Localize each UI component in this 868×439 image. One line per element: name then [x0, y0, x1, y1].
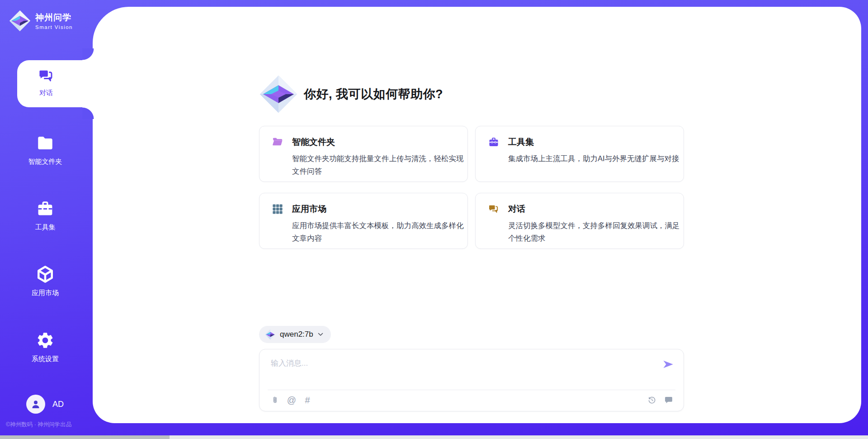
brand-logo-icon [9, 10, 31, 32]
content-panel: 你好, 我可以如何帮助你? 智能文件夹 智能文件夹功能支持批量文件上传与清洗，轻… [93, 7, 861, 423]
brand-name: 神州问学 [35, 12, 73, 24]
chat-bubbles-icon [488, 203, 500, 215]
greeting: 你好, 我可以如何帮助你? [259, 7, 684, 114]
model-selector[interactable]: qwen2:7b [259, 326, 331, 343]
comment-icon[interactable] [664, 395, 674, 405]
sidebar: 神州问学 Smart Vision 对话 智能文件夹 [0, 0, 93, 439]
sidebar-item-toolset[interactable]: 工具集 [0, 199, 90, 232]
card-smart-folder[interactable]: 智能文件夹 智能文件夹功能支持批量文件上传与清洗，轻松实现文件问答 [259, 126, 468, 182]
person-icon [30, 399, 41, 410]
user-chip[interactable]: AD [26, 395, 64, 414]
sidebar-item-app-market[interactable]: 应用市场 [0, 265, 90, 297]
sidebar-item-settings[interactable]: 系统设置 [0, 331, 90, 363]
horizontal-scrollbar[interactable] [0, 435, 868, 439]
grid-icon [272, 203, 283, 215]
main-column: 你好, 我可以如何帮助你? 智能文件夹 智能文件夹功能支持批量文件上传与清洗，轻… [259, 7, 684, 411]
card-description: 灵活切换多模型文件，支持多样回复效果调试，满足个性化需求 [508, 219, 685, 245]
chat-bubbles-icon [38, 67, 55, 85]
card-app-market[interactable]: 应用市场 应用市场提供丰富长文本模板，助力高效生成多样化文章内容 [259, 193, 468, 249]
cube-icon [36, 265, 55, 284]
send-button[interactable] [662, 358, 675, 371]
model-name: qwen2:7b [280, 330, 313, 339]
brand-text: 神州问学 Smart Vision [35, 12, 73, 30]
card-title: 工具集 [508, 136, 534, 148]
history-icon[interactable] [647, 395, 657, 405]
avatar [26, 395, 45, 414]
message-input[interactable] [271, 357, 655, 370]
composer-toolbar-right [640, 395, 674, 405]
brand-subtitle: Smart Vision [35, 24, 73, 30]
toolbox-icon [488, 136, 500, 148]
card-description: 智能文件夹功能支持批量文件上传与清洗，轻松实现文件问答 [292, 152, 469, 178]
sidebar-item-label: 对话 [23, 89, 70, 97]
sidebar-item-chat[interactable]: 对话 [17, 60, 94, 107]
chevron-down-icon [317, 331, 324, 338]
sidebar-item-label: 应用市场 [0, 289, 90, 297]
composer: @ # [259, 349, 684, 411]
composer-toolbar: @ # [271, 395, 674, 405]
sidebar-footer: ©神州数码 · 神州问学出品 [6, 421, 71, 429]
mention-icon[interactable]: @ [287, 395, 297, 405]
card-title: 对话 [508, 203, 525, 215]
scrollbar-thumb[interactable] [0, 435, 170, 439]
topic-glyph: # [305, 396, 310, 405]
card-title: 应用市场 [292, 203, 326, 215]
gear-icon [36, 331, 55, 350]
topic-icon[interactable]: # [302, 395, 312, 405]
feature-cards: 智能文件夹 智能文件夹功能支持批量文件上传与清洗，轻松实现文件问答 [259, 126, 684, 249]
greeting-title: 你好, 我可以如何帮助你? [304, 86, 443, 102]
card-toolset[interactable]: 工具集 集成市场上主流工具，助力AI与外界无缝扩展与对接 [475, 126, 684, 182]
user-initials: AD [52, 400, 64, 409]
assistant-logo-icon [259, 75, 298, 114]
sidebar-item-label: 智能文件夹 [0, 157, 90, 166]
card-chat[interactable]: 对话 灵活切换多模型文件，支持多样回复效果调试，满足个性化需求 [475, 193, 684, 249]
sidebar-item-label: 工具集 [0, 223, 90, 232]
card-description: 集成市场上主流工具，助力AI与外界无缝扩展与对接 [508, 152, 685, 165]
sidebar-item-label: 系统设置 [0, 355, 90, 363]
attach-file-icon[interactable] [271, 395, 281, 405]
toolbox-icon [36, 199, 55, 218]
brand: 神州问学 Smart Vision [9, 10, 73, 32]
card-description: 应用市场提供丰富长文本模板，助力高效生成多样化文章内容 [292, 219, 469, 245]
send-icon [662, 358, 674, 370]
sidebar-item-smart-folder[interactable]: 智能文件夹 [0, 134, 90, 166]
folder-icon [36, 134, 55, 153]
composer-divider [268, 390, 675, 390]
model-logo-icon [265, 329, 276, 340]
folder-open-icon [272, 136, 283, 148]
card-title: 智能文件夹 [292, 136, 335, 148]
mention-glyph: @ [287, 396, 296, 405]
